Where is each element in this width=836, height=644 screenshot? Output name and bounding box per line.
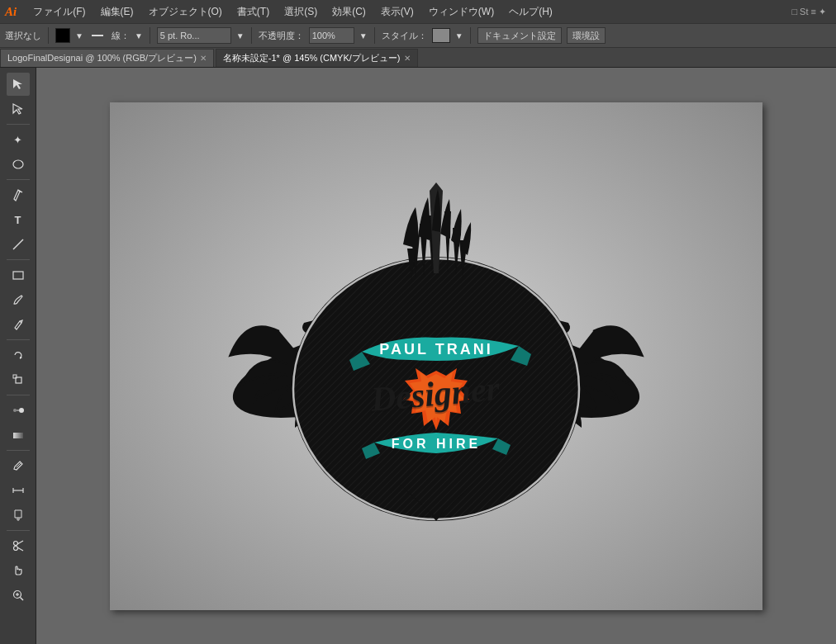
tab-close-2[interactable]: ✕: [404, 54, 411, 63]
svg-text:FOR HIRE: FOR HIRE: [392, 437, 481, 451]
tab-label-2: 名称未設定-1* @ 145% (CMYK/プレビュー): [223, 52, 401, 64]
tool-separator-4: [7, 339, 30, 340]
svg-point-15: [13, 547, 17, 551]
tool-separator-2: [7, 179, 30, 180]
svg-line-16: [17, 541, 23, 544]
menu-edit[interactable]: 編集(E): [94, 2, 140, 21]
text-tool[interactable]: T: [7, 208, 30, 231]
style-label: スタイル：: [382, 30, 427, 42]
menu-effect[interactable]: 効果(C): [325, 2, 373, 21]
tool-separator-5: [7, 395, 30, 395]
direct-selection-tool[interactable]: [7, 97, 30, 121]
tool-separator-7: [7, 530, 30, 531]
toolbar-separator-5: [470, 27, 471, 44]
tab-label-1: LogoFinalDesignai @ 100% (RGB/プレビュー): [7, 52, 197, 64]
eyedropper-tool[interactable]: [7, 454, 30, 477]
pen-tool[interactable]: [7, 183, 30, 206]
rect-tool[interactable]: [7, 263, 30, 286]
magic-wand-tool[interactable]: ✦: [7, 128, 30, 151]
opacity-dropdown-icon[interactable]: ▼: [359, 31, 368, 40]
svg-point-1: [13, 160, 23, 168]
menu-type[interactable]: 書式(T): [230, 2, 276, 21]
tool-separator-6: [7, 450, 30, 451]
svg-point-14: [13, 542, 17, 546]
stroke-weight-input[interactable]: [157, 27, 231, 44]
left-toolbar: ✦ T: [0, 68, 36, 644]
scissors-tool[interactable]: [7, 534, 30, 557]
menu-object[interactable]: オブジェクト(O): [142, 2, 229, 21]
menu-window[interactable]: ウィンドウ(W): [422, 2, 501, 21]
line-tool[interactable]: [7, 233, 30, 256]
main-area: ✦ T: [0, 68, 836, 644]
paint-bucket-tool[interactable]: [7, 504, 30, 527]
doc-setup-button[interactable]: ドキュメント設定: [477, 27, 562, 44]
tab-logo-final[interactable]: LogoFinalDesignai @ 100% (RGB/プレビュー) ✕: [0, 49, 214, 67]
style-dropdown-icon[interactable]: ▼: [455, 31, 463, 40]
lasso-tool[interactable]: [7, 153, 30, 176]
svg-line-17: [17, 547, 23, 551]
toolbar: 選択なし ▼ 線： ▼ ▼ 不透明度： ▼ スタイル： ▼ ドキュメント設定 環…: [0, 23, 836, 48]
stroke-icon: [88, 27, 107, 44]
zoom-tool[interactable]: [7, 584, 30, 607]
svg-line-19: [20, 598, 23, 601]
canvas-area[interactable]: PAUL TRANI FOR HIRE: [36, 68, 836, 644]
style-swatch[interactable]: [432, 28, 450, 43]
tab-close-1[interactable]: ✕: [200, 54, 207, 63]
toolbar-separator-3: [251, 27, 252, 44]
fill-dropdown-icon[interactable]: ▼: [75, 31, 83, 40]
opacity-input[interactable]: [309, 27, 354, 44]
fill-swatch[interactable]: [55, 28, 70, 43]
pencil-tool[interactable]: [7, 313, 30, 336]
ai-logo-icon: Ai: [5, 5, 17, 19]
stroke-label: 線：: [112, 30, 130, 42]
tab-unnamed[interactable]: 名称未設定-1* @ 145% (CMYK/プレビュー) ✕: [216, 49, 418, 67]
svg-rect-9: [13, 433, 23, 438]
menu-file[interactable]: ファイル(F): [26, 2, 92, 21]
logo-artwork: PAUL TRANI FOR HIRE: [197, 141, 676, 571]
tool-separator-3: [7, 259, 30, 260]
svg-rect-3: [13, 272, 23, 279]
toolbar-separator-1: [48, 27, 49, 44]
hand-tool[interactable]: [7, 559, 30, 582]
stroke-weight-dropdown-icon[interactable]: ▼: [236, 31, 245, 40]
svg-line-2: [13, 239, 23, 249]
blend-tool[interactable]: [7, 399, 30, 422]
toolbar-separator-4: [374, 27, 375, 44]
menu-view[interactable]: 表示(V): [374, 2, 420, 21]
measure-tool[interactable]: [7, 479, 30, 502]
menu-help[interactable]: ヘルプ(H): [502, 2, 559, 21]
tool-separator-1: [7, 124, 30, 125]
env-button[interactable]: 環境設: [567, 27, 606, 44]
svg-text:PAUL TRANI: PAUL TRANI: [379, 341, 492, 358]
svg-line-10: [17, 462, 21, 467]
tabs-bar: LogoFinalDesignai @ 100% (RGB/プレビュー) ✕ 名…: [0, 48, 836, 68]
selection-label: 選択なし: [5, 30, 41, 42]
menu-bar: Ai ファイル(F) 編集(E) オブジェクト(O) 書式(T) 選択(S) 効…: [0, 0, 836, 23]
scale-tool[interactable]: [7, 368, 30, 391]
svg-point-7: [19, 408, 24, 413]
artboard: PAUL TRANI FOR HIRE: [110, 102, 762, 610]
rotate-tool[interactable]: [7, 343, 30, 367]
stroke-dropdown-icon[interactable]: ▼: [135, 31, 143, 40]
gradient-tool[interactable]: [7, 424, 30, 447]
brush-tool[interactable]: [7, 288, 30, 311]
svg-point-6: [13, 409, 17, 412]
toolbar-separator-2: [150, 27, 150, 44]
selection-tool[interactable]: [7, 73, 30, 96]
opacity-label: 不透明度：: [259, 30, 304, 42]
menu-select[interactable]: 選択(S): [278, 2, 324, 21]
